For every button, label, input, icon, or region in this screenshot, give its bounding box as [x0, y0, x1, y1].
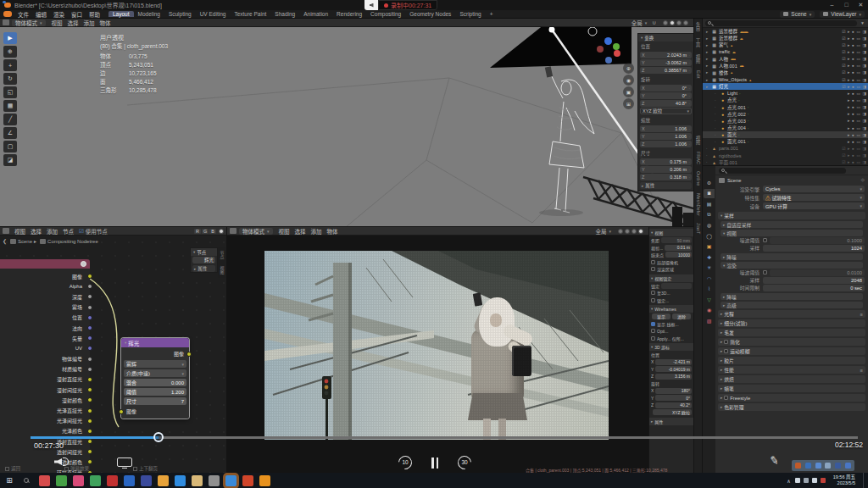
exclude-toggle[interactable]: ☑ [842, 50, 845, 54]
exclude-toggle[interactable]: ☑ [842, 78, 845, 82]
exclude-toggle[interactable]: ☑ [842, 43, 845, 47]
scene-selector[interactable]: Scene▾ [780, 11, 815, 18]
render-toggle[interactable]: ◨ [862, 78, 866, 82]
shading-solid-icon[interactable] [670, 20, 675, 25]
menu-物体[interactable]: 物体 [97, 20, 114, 26]
adaptive-sampling-bar[interactable]: ▸自适应采样 [721, 221, 863, 228]
render-subpanel[interactable]: ▾渲染 [721, 262, 863, 269]
record-icon[interactable] [795, 463, 801, 469]
tool-move[interactable]: + [3, 59, 17, 71]
render-noise-threshold-field[interactable]: 0.0100 [770, 269, 865, 276]
properties-tab-tool[interactable]: ⚙ [704, 178, 715, 187]
webcam-icon[interactable] [835, 463, 841, 469]
start-button[interactable]: ⊞ [0, 476, 19, 485]
tool-cursor[interactable]: ⊕ [3, 46, 17, 58]
dimensions-y-field[interactable]: Y0.206 m· [640, 166, 692, 173]
taskbar-search-icon[interactable] [19, 478, 36, 483]
properties-tab-material[interactable]: ◉ [704, 305, 715, 314]
select-toggle[interactable]: ▸ [848, 50, 849, 54]
properties-tab-view-layer[interactable]: ⧉ [704, 210, 715, 219]
menu-添加[interactable]: 添加 [81, 20, 97, 26]
section-Freestyle[interactable]: ▸Freestyle [718, 394, 865, 402]
dimensions-x-field[interactable]: X0.175 m· [640, 158, 692, 165]
section-色彩管理[interactable]: ▸色彩管理 [718, 403, 865, 411]
render-toggle[interactable]: ◨ [862, 57, 866, 61]
row-toggles[interactable]: ☑▸●▭◨ [842, 30, 866, 34]
exclude-toggle[interactable]: ☑ [842, 57, 845, 61]
tool-scale[interactable]: ◱ [3, 86, 17, 98]
panel-tab-节点[interactable]: 节点 [220, 247, 225, 263]
hide-toggle[interactable]: ● [852, 70, 854, 75]
outliner-row-人物[interactable]: ▸▦人物▴▴▴▴☑▸●▭◨ [703, 56, 868, 63]
properties-section[interactable]: ▸属性 [640, 182, 692, 189]
panel-tab-视图[interactable]: 视图 [695, 132, 702, 148]
apply-row[interactable]: Apply... 仅所... [651, 336, 692, 342]
shading-rendered-icon[interactable] [638, 229, 643, 234]
viewport-toggle[interactable]: ▭ [856, 112, 860, 116]
render-toggle[interactable]: ◨ [862, 133, 866, 137]
outliner-row-平面.001[interactable]: ·▲平面.001☑▸●▭◨ [703, 159, 868, 165]
shading-material-icon[interactable] [676, 20, 682, 25]
row-toggles[interactable]: ☑▸●▭◨ [842, 43, 866, 47]
tool-measure[interactable]: ∠ [3, 127, 17, 139]
select-toggle[interactable]: ▸ [848, 43, 849, 47]
outliner-search-input[interactable] [705, 20, 857, 26]
render-toggle[interactable]: ◨ [862, 36, 866, 41]
clear-button[interactable]: 清除 [672, 313, 691, 319]
menu-渲染[interactable]: 渲染 [50, 12, 68, 18]
render-toggle[interactable]: ◨ [862, 160, 866, 164]
row-toggles[interactable]: ☑▸●▭◨ [842, 70, 866, 75]
socket-光泽直接光[interactable]: 光泽直接光 [0, 405, 90, 415]
socket-UV[interactable]: UV [0, 343, 90, 353]
channel-G-button[interactable]: G [202, 229, 209, 234]
rotation-y-field[interactable]: Y0°· [640, 92, 692, 99]
backdrop-icon[interactable] [219, 229, 224, 234]
cursor-loc-z[interactable]: Z3.156 m [651, 374, 692, 380]
gizmo-z-neg-icon[interactable] [605, 57, 612, 64]
socket-深度[interactable]: 深度 [0, 291, 90, 302]
workspace-tab-Layout[interactable]: Layout [108, 11, 134, 17]
checkbox-icon[interactable] [651, 260, 655, 264]
properties-tab-physics[interactable]: ◠ [704, 274, 715, 283]
section-性能[interactable]: ▸性能≡ [718, 366, 865, 374]
socket-矢量[interactable]: 矢量 [0, 333, 90, 343]
row-toggles[interactable]: ▸●▭◨ [848, 98, 866, 103]
taskbar-app-video-player[interactable] [225, 475, 236, 486]
exclude-toggle[interactable]: ☑ [842, 153, 845, 158]
tool-rotate[interactable]: ↻ [3, 73, 17, 85]
menu-视图[interactable]: 视图 [276, 229, 292, 235]
viewport-toggle[interactable]: ▭ [856, 133, 860, 137]
sampling-section[interactable]: ▾采样 [718, 212, 865, 219]
gizmo-x-neg-icon[interactable] [597, 46, 604, 53]
blender-menu-icon[interactable] [3, 11, 12, 17]
scale-z-field[interactable]: Z1.006· [640, 141, 692, 147]
cursor-rot-x[interactable]: X180° [651, 388, 692, 395]
advanced-subpanel[interactable]: ▸高级 [721, 302, 863, 308]
workspace-tab-+[interactable]: + [486, 11, 498, 17]
menu-编辑[interactable]: 编辑 [32, 12, 50, 18]
checkbox-icon[interactable] [763, 270, 767, 274]
editor-type-icon[interactable] [230, 228, 236, 234]
mode-dropdown[interactable]: 物体模式▾ [12, 19, 46, 26]
lock-to-cursor-row[interactable]: 至3D... [651, 290, 692, 297]
select-toggle[interactable]: ▸ [848, 36, 849, 41]
row-toggles[interactable]: ▸●▭◨ [848, 119, 866, 123]
menu-视图[interactable]: 视图 [12, 229, 28, 235]
video-progress-bar[interactable] [31, 436, 858, 439]
hide-toggle[interactable]: ● [852, 98, 854, 103]
cursor-props-section[interactable]: ▸属性 [649, 418, 693, 425]
hide-toggle[interactable]: ● [852, 153, 854, 158]
panel-tab-视图[interactable]: 视图 [220, 263, 225, 278]
panel-tab-JiaoT[interactable]: JiaoT [696, 219, 701, 237]
select-toggle[interactable]: ▸ [848, 105, 849, 109]
exclude-toggle[interactable]: ☑ [842, 30, 845, 34]
viewport-toggle[interactable]: ▭ [856, 105, 860, 109]
location-x-field[interactable]: X2.0243 m· [640, 52, 692, 58]
workspace-tab-Animation[interactable]: Animation [299, 11, 332, 17]
glare-quality-dropdown[interactable]: 介质(中速)▾ [124, 369, 186, 377]
row-toggles[interactable]: ☑▸●▭◨ [842, 57, 866, 61]
render-toggle[interactable]: ◨ [862, 140, 866, 144]
row-toggles[interactable]: ▸●▭◨ [848, 92, 866, 96]
rotation-z-field[interactable]: Z40.8°· [640, 100, 692, 107]
tool-annotate[interactable]: ╱ [3, 114, 17, 125]
